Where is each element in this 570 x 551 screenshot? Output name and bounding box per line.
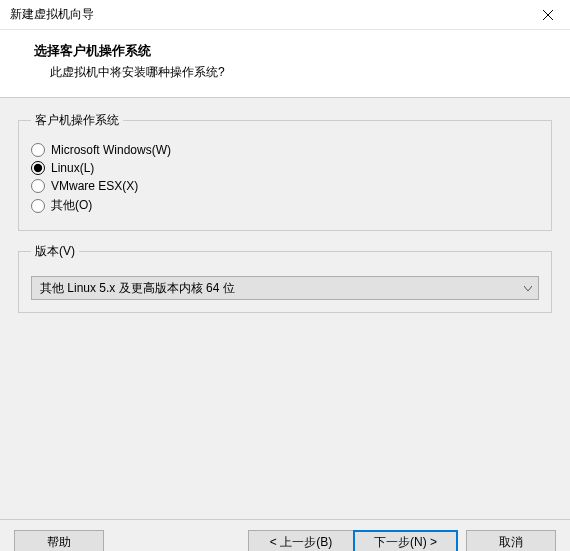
version-selected: 其他 Linux 5.x 及更高版本内核 64 位 (40, 280, 235, 297)
version-group: 版本(V) 其他 Linux 5.x 及更高版本内核 64 位 (18, 243, 552, 313)
radio-input-vmware-esx[interactable] (31, 179, 45, 193)
radio-label-vmware-esx: VMware ESX(X) (51, 179, 138, 193)
nav-button-group: < 上一步(B) 下一步(N) > (248, 530, 458, 552)
guest-os-group: 客户机操作系统 Microsoft Windows(W) Linux(L) VM… (18, 112, 552, 231)
help-button[interactable]: 帮助 (14, 530, 104, 552)
version-dropdown[interactable]: 其他 Linux 5.x 及更高版本内核 64 位 (31, 276, 539, 300)
page-subtitle: 此虚拟机中将安装哪种操作系统? (34, 64, 560, 81)
radio-label-linux: Linux(L) (51, 161, 94, 175)
radio-input-other[interactable] (31, 199, 45, 213)
radio-input-windows[interactable] (31, 143, 45, 157)
cancel-button[interactable]: 取消 (466, 530, 556, 552)
wizard-header: 选择客户机操作系统 此虚拟机中将安装哪种操作系统? (0, 30, 570, 98)
back-button[interactable]: < 上一步(B) (248, 530, 353, 552)
radio-windows[interactable]: Microsoft Windows(W) (31, 143, 539, 157)
radio-label-windows: Microsoft Windows(W) (51, 143, 171, 157)
page-title: 选择客户机操作系统 (34, 42, 560, 60)
chevron-down-icon (524, 281, 532, 295)
titlebar: 新建虚拟机向导 (0, 0, 570, 30)
next-button[interactable]: 下一步(N) > (353, 530, 458, 552)
window-title: 新建虚拟机向导 (10, 6, 94, 23)
guest-os-legend: 客户机操作系统 (31, 112, 123, 129)
close-button[interactable] (525, 0, 570, 30)
version-legend: 版本(V) (31, 243, 79, 260)
radio-input-linux[interactable] (31, 161, 45, 175)
radio-other[interactable]: 其他(O) (31, 197, 539, 214)
radio-label-other: 其他(O) (51, 197, 92, 214)
wizard-content: 客户机操作系统 Microsoft Windows(W) Linux(L) VM… (0, 98, 570, 519)
close-icon (543, 10, 553, 20)
radio-linux[interactable]: Linux(L) (31, 161, 539, 175)
wizard-footer: 帮助 < 上一步(B) 下一步(N) > 取消 (0, 519, 570, 551)
radio-vmware-esx[interactable]: VMware ESX(X) (31, 179, 539, 193)
